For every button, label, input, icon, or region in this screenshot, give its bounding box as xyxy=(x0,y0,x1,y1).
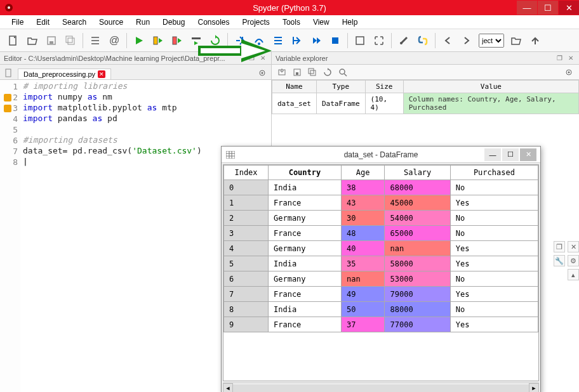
ve-cell-name[interactable]: data_set xyxy=(272,93,317,114)
df-age-cell[interactable]: 37 xyxy=(341,317,385,332)
df-country-cell[interactable]: France xyxy=(269,287,342,302)
code-line[interactable]: import matplotlib.pyplot as mtp xyxy=(23,103,269,114)
code-line[interactable]: # importing libraries xyxy=(23,81,269,92)
df-col-index[interactable]: Index xyxy=(224,166,269,180)
debug-step-into-button[interactable] xyxy=(269,32,287,49)
debug-stop-button[interactable] xyxy=(326,32,344,49)
ve-options-icon[interactable] xyxy=(562,66,576,79)
ve-col-type[interactable]: Type xyxy=(316,81,365,93)
maximize-button[interactable]: ☐ xyxy=(538,1,558,15)
outline-button[interactable] xyxy=(86,32,104,49)
df-purchased-cell[interactable]: Yes xyxy=(450,195,538,211)
ve-cell-type[interactable]: DataFrame xyxy=(316,93,365,114)
menu-source[interactable]: Source xyxy=(93,16,130,28)
menu-search[interactable]: Search xyxy=(56,16,93,28)
df-age-cell[interactable]: 38 xyxy=(341,180,385,195)
df-country-cell[interactable]: France xyxy=(269,317,342,332)
df-salary-cell[interactable]: 68000 xyxy=(385,180,450,195)
df-purchased-cell[interactable]: Yes xyxy=(450,317,538,332)
ve-col-name[interactable]: Name xyxy=(272,81,317,93)
df-purchased-cell[interactable]: Yes xyxy=(450,287,538,302)
editor-options-icon[interactable] xyxy=(256,67,269,79)
df-col-purchased[interactable]: Purchased xyxy=(450,166,538,180)
minimize-button[interactable]: — xyxy=(517,1,537,15)
code-line[interactable]: import numpy as nm xyxy=(23,92,269,103)
df-salary-cell[interactable]: nan xyxy=(385,241,450,256)
df-salary-cell[interactable]: 65000 xyxy=(385,226,450,241)
df-index-cell[interactable]: 0 xyxy=(224,180,269,195)
ve-col-value[interactable]: Value xyxy=(403,81,578,93)
menu-run[interactable]: Run xyxy=(130,16,156,28)
scroll-right-icon[interactable]: ► xyxy=(529,383,539,392)
df-index-cell[interactable]: 9 xyxy=(224,317,269,332)
menu-help[interactable]: Help xyxy=(336,16,364,28)
df-purchased-cell[interactable]: Yes xyxy=(450,241,538,256)
cell-button[interactable]: @ xyxy=(105,32,123,49)
debug-step-out-button[interactable] xyxy=(288,32,306,49)
df-age-cell[interactable]: 30 xyxy=(341,211,385,226)
ve-undock-button[interactable]: ❐ xyxy=(555,54,564,63)
ve-search-icon[interactable] xyxy=(336,66,350,79)
df-close-button[interactable]: ✕ xyxy=(520,148,536,161)
df-country-cell[interactable]: Germany xyxy=(269,271,342,287)
run-button[interactable] xyxy=(130,32,148,49)
scroll-left-icon[interactable]: ◄ xyxy=(223,383,233,392)
df-salary-cell[interactable]: 79000 xyxy=(385,287,450,302)
ve-cell-value[interactable]: Column names: Country, Age, Salary, Purc… xyxy=(403,93,578,114)
python-path-button[interactable] xyxy=(414,32,432,49)
ve-close-button[interactable]: ✕ xyxy=(566,54,575,63)
debug-continue-button[interactable] xyxy=(307,32,325,49)
df-salary-cell[interactable]: 77000 xyxy=(385,317,450,332)
table-row[interactable]: 7France4979000Yes xyxy=(224,287,538,302)
df-purchased-cell[interactable]: No xyxy=(450,271,538,287)
save-button[interactable] xyxy=(43,32,60,49)
dataframe-titlebar[interactable]: data_set - DataFrame — ☐ ✕ xyxy=(222,147,540,163)
df-index-cell[interactable]: 2 xyxy=(224,211,269,226)
side-up-icon[interactable]: ▴ xyxy=(568,269,579,280)
df-age-cell[interactable]: 49 xyxy=(341,287,385,302)
code-line[interactable] xyxy=(23,124,269,135)
side-close-icon[interactable]: ✕ xyxy=(568,241,579,252)
df-country-cell[interactable]: France xyxy=(269,226,342,241)
titlebar[interactable]: Spyder (Python 3.7) — ☐ ✕ xyxy=(0,0,579,15)
ve-row[interactable]: data_setDataFrame(10, 4)Column names: Co… xyxy=(272,93,579,114)
ve-import-icon[interactable] xyxy=(275,66,289,79)
df-index-cell[interactable]: 5 xyxy=(224,256,269,271)
fullscreen-button[interactable] xyxy=(370,32,388,49)
ve-cell-size[interactable]: (10, 4) xyxy=(365,93,403,114)
variable-explorer-table[interactable]: NameTypeSizeValue data_setDataFrame(10, … xyxy=(272,80,579,114)
table-row[interactable]: 5India3558000Yes xyxy=(224,256,538,271)
editor-undock-button[interactable]: ❐ xyxy=(247,54,256,63)
df-maximize-button[interactable]: ☐ xyxy=(502,148,519,161)
scroll-track[interactable] xyxy=(233,384,529,392)
open-file-button[interactable] xyxy=(23,32,41,49)
df-age-cell[interactable]: nan xyxy=(341,271,385,287)
preferences-button[interactable] xyxy=(395,32,413,49)
run-selection-button[interactable] xyxy=(187,32,205,49)
table-row[interactable]: 9France3777000Yes xyxy=(224,317,538,332)
menu-projects[interactable]: Projects xyxy=(236,16,276,28)
df-age-cell[interactable]: 40 xyxy=(341,241,385,256)
df-country-cell[interactable]: India xyxy=(269,256,342,271)
maximize-pane-button[interactable] xyxy=(351,32,369,49)
run-cell-advance-button[interactable] xyxy=(168,32,186,49)
ve-refresh-icon[interactable] xyxy=(321,66,335,79)
df-salary-cell[interactable]: 53000 xyxy=(385,271,450,287)
df-purchased-cell[interactable]: No xyxy=(450,226,538,241)
df-index-cell[interactable]: 4 xyxy=(224,241,269,256)
df-col-age[interactable]: Age xyxy=(341,166,385,180)
side-undock-icon[interactable]: ❐ xyxy=(554,241,565,252)
table-row[interactable]: 2Germany3054000No xyxy=(224,211,538,226)
editor-tab-active[interactable]: Data_preprocessing.py ✕ xyxy=(18,69,111,79)
menu-view[interactable]: View xyxy=(307,16,336,28)
side-wrench-icon[interactable]: 🔧 xyxy=(554,255,565,266)
forward-button[interactable] xyxy=(458,32,476,49)
df-index-cell[interactable]: 3 xyxy=(224,226,269,241)
menu-debug[interactable]: Debug xyxy=(156,16,191,28)
menu-file[interactable]: File xyxy=(5,16,30,28)
code-line[interactable]: import pandas as pd xyxy=(23,114,269,124)
df-salary-cell[interactable]: 54000 xyxy=(385,211,450,226)
rerun-button[interactable] xyxy=(206,32,224,49)
ve-col-size[interactable]: Size xyxy=(365,81,403,93)
debug-step-over-button[interactable] xyxy=(250,32,268,49)
